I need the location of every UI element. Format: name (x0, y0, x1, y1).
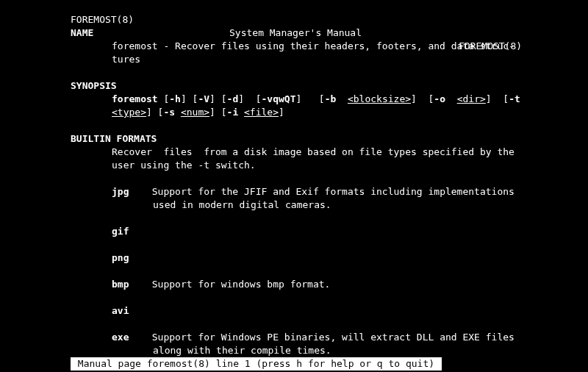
format-exe: exe (112, 332, 129, 343)
man-page-viewer[interactable]: FOREMOST(8) System Manager's Manual FORE… (0, 0, 588, 372)
format-png: png (112, 251, 588, 265)
format-jpg-row: jpg Support for the JFIF and Exif format… (112, 185, 588, 198)
flag-t: -t (509, 93, 520, 104)
flag-h: -h (169, 93, 181, 104)
format-gif: gif (112, 225, 588, 238)
format-bmp: bmp (112, 279, 129, 290)
jpg-desc-l1: Support for the JFIF and Exif formats in… (152, 186, 514, 197)
synopsis-line2: <type>] [-s <num>] [-i <file>] (112, 106, 588, 119)
section-synopsis-header: SYNOPSIS (71, 79, 588, 93)
builtin-line2: user using the -t switch. (112, 159, 588, 172)
synopsis-line1: foremost [-h] [-V] [-d] [-vqwQT] [-b <bl… (112, 93, 588, 106)
arg-dir: <dir> (457, 93, 486, 104)
header-left: FOREMOST(8) (71, 13, 134, 26)
bmp-desc: Support for windows bmp format. (152, 279, 331, 290)
name-line1: foremost - Recover files using their hea… (112, 40, 588, 53)
flag-o: -o (434, 93, 445, 104)
format-jpg: jpg (112, 186, 129, 197)
synopsis-cmd: foremost (112, 93, 158, 104)
flag-V: -V (198, 93, 209, 104)
flag-b: -b (325, 93, 337, 104)
flag-d: -d (227, 93, 239, 104)
section-builtin-header: BUILTIN FORMATS (71, 132, 588, 146)
name-line2: tures (112, 53, 588, 66)
arg-num: <num> (181, 107, 209, 118)
format-bmp-row: bmp Support for windows bmp format. (112, 278, 588, 291)
format-exe-row: exe Support for Windows PE binaries, wil… (112, 331, 588, 344)
builtin-line1: Recover files from a disk image based on… (112, 146, 588, 159)
format-avi: avi (112, 304, 588, 318)
exe-desc-l1: Support for Windows PE binaries, will ex… (152, 332, 514, 343)
flag-i: -i (227, 107, 239, 118)
status-bar: Manual page foremost(8) line 1 (press h … (71, 357, 442, 371)
exe-desc-l2: along with their compile times. (153, 344, 588, 357)
arg-type: <type> (112, 107, 146, 118)
flag-s: -s (163, 107, 175, 118)
status-bar-container: Manual page foremost(8) line 1 (press h … (71, 357, 588, 371)
arg-file: <file> (244, 107, 279, 118)
arg-blocksize: <blocksize> (348, 93, 411, 104)
jpg-desc-l2: used in modern digital cameras. (153, 198, 588, 212)
section-name-header: NAME (71, 26, 588, 40)
flag-vqwQT: -vqwQT (262, 93, 296, 104)
